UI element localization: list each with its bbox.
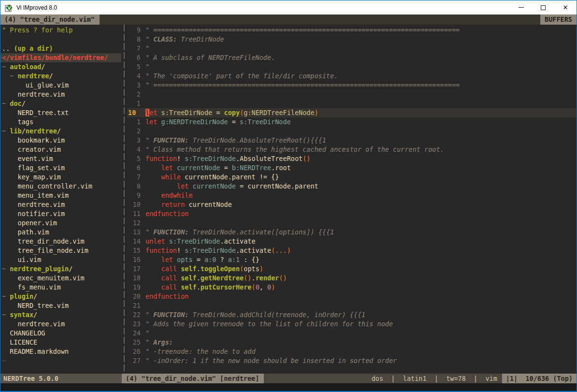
code-line[interactable]: 14unlet s:TreeDirNode.activate bbox=[127, 237, 577, 246]
tree-item[interactable]: nerdtree.vim bbox=[0, 90, 121, 99]
tree-item[interactable]: ~ autoload/ bbox=[0, 62, 121, 72]
buffers-label[interactable]: BUFFERS bbox=[540, 15, 577, 25]
tree-item[interactable]: creator.vim bbox=[0, 145, 121, 154]
tree-item[interactable]: ~ lib/nerdtree/ bbox=[0, 127, 121, 136]
code-line[interactable]: 16 let opts = a:0 ? a:1 : {} bbox=[127, 255, 577, 264]
token: / bbox=[33, 292, 37, 300]
tree-item[interactable]: ~ nerdtree/ bbox=[0, 72, 121, 81]
token: " -inOrder: 1 if the new node should be … bbox=[145, 357, 397, 364]
window-split-separator[interactable] bbox=[121, 25, 127, 374]
tree-item[interactable]: key_map.vim bbox=[0, 173, 121, 182]
tree-item[interactable]: </vimfiles/bundle/nerdtree/ bbox=[0, 53, 121, 62]
tree-item[interactable]: " Press ? for help bbox=[0, 26, 121, 35]
tree-item[interactable]: nerdtree.vim bbox=[0, 319, 121, 329]
token: " Press ? for help bbox=[2, 26, 72, 34]
code-line[interactable]: 8" CLASS: TreeDirNode bbox=[127, 35, 577, 44]
code-line[interactable]: 6 let currentNode = b:NERDTree.root bbox=[127, 163, 577, 173]
tree-item[interactable]: tags bbox=[0, 117, 121, 127]
tree-item[interactable]: ~ bbox=[0, 356, 121, 365]
command-line[interactable] bbox=[0, 383, 577, 392]
code-line[interactable]: 1 bbox=[127, 99, 577, 108]
token: menu_controller.vim bbox=[2, 182, 92, 190]
token bbox=[188, 182, 192, 190]
tree-item[interactable]: .. (up a dir) bbox=[0, 44, 121, 53]
token: (up a dir) bbox=[14, 44, 53, 52]
tree-item[interactable]: tree_dir_node.vim bbox=[0, 237, 121, 246]
code-line[interactable]: 26" -treenode: the node to add bbox=[127, 347, 577, 356]
tree-item[interactable]: tree_file_node.vim bbox=[0, 246, 121, 255]
code-line[interactable]: 9 endwhile bbox=[127, 191, 577, 200]
code-line[interactable]: 13" FUNCTION: TreeDirNode.activate([opti… bbox=[127, 228, 577, 237]
maximize-button[interactable] bbox=[532, 0, 554, 15]
token: " bbox=[145, 338, 153, 346]
tree-item[interactable]: README.markdown bbox=[0, 347, 121, 356]
code-line[interactable]: 23" Adds the given treenode to the list … bbox=[127, 319, 577, 329]
code-line[interactable]: 19 call self.putCursorHere(0, 0) bbox=[127, 283, 577, 292]
token: / bbox=[57, 127, 61, 135]
editor-panel[interactable]: 9" =====================================… bbox=[127, 25, 577, 374]
tree-item[interactable]: NERD_tree.txt bbox=[0, 108, 121, 117]
code-line[interactable]: 10let s:TreeDirNode = copy(g:NERDTreeFil… bbox=[127, 108, 577, 117]
code-line[interactable]: 1let g:NERDTreeDirNode = s:TreeDirNode bbox=[127, 117, 577, 127]
code-line[interactable]: 15function! s:TreeDirNode.activate(...) bbox=[127, 246, 577, 255]
code-line[interactable]: 7" bbox=[127, 44, 577, 53]
tree-item[interactable]: bookmark.vim bbox=[0, 136, 121, 145]
tree-item[interactable]: CHANGELOG bbox=[0, 329, 121, 338]
code-line[interactable]: 5" bbox=[127, 62, 577, 72]
code-line[interactable]: 24" bbox=[127, 329, 577, 338]
tree-item[interactable] bbox=[0, 35, 121, 44]
tree-item[interactable]: nerdtree.vim bbox=[0, 200, 121, 209]
tree-item[interactable]: ui_glue.vim bbox=[0, 81, 121, 90]
nerdtree-panel[interactable]: " Press ? for help.. (up a dir)</vimfile… bbox=[0, 25, 121, 374]
code-line[interactable]: 25" Args: bbox=[127, 338, 577, 347]
code-line[interactable]: 2 bbox=[127, 90, 577, 99]
close-button[interactable]: ✕ bbox=[554, 0, 577, 15]
tree-item[interactable]: ui.vim bbox=[0, 255, 121, 264]
tree-item[interactable]: fs_menu.vim bbox=[0, 283, 121, 292]
token: tree_file_node.vim bbox=[2, 247, 88, 254]
tree-item[interactable]: ~ syntax/ bbox=[0, 310, 121, 319]
code-line[interactable]: 9" =====================================… bbox=[127, 26, 577, 35]
code-line[interactable]: 21 bbox=[127, 301, 577, 310]
token: . bbox=[197, 283, 201, 291]
code-line[interactable]: 22" FUNCTION: TreeDirNode.addChild(treen… bbox=[127, 310, 577, 319]
token: CHANGELOG bbox=[2, 329, 45, 337]
tree-item[interactable]: LICENCE bbox=[0, 338, 121, 347]
tab-active[interactable]: (4) "tree_dir_node.vim" bbox=[0, 15, 100, 25]
tree-item[interactable]: ~ doc/ bbox=[0, 99, 121, 108]
tree-item[interactable]: flag_set.vim bbox=[0, 163, 121, 173]
code-line[interactable]: 27" -inOrder: 1 if the new node should b… bbox=[127, 356, 577, 365]
code-line[interactable]: 3" FUNCTION: TreeDirNode.AbsoluteTreeRoo… bbox=[127, 136, 577, 145]
tree-item[interactable]: ~ nerdtree_plugin/ bbox=[0, 264, 121, 274]
code-line[interactable]: 20endfunction bbox=[127, 292, 577, 301]
code-line[interactable]: 18 call self.getNerdtree().render() bbox=[127, 274, 577, 283]
line-content: " bbox=[145, 329, 149, 338]
tree-item[interactable]: menu_item.vim bbox=[0, 191, 121, 200]
line-content: endwhile bbox=[145, 191, 193, 200]
code-line[interactable]: 5function! s:TreeDirNode.AbsoluteTreeRoo… bbox=[127, 154, 577, 163]
tree-item[interactable]: NERD_tree.vim bbox=[0, 301, 121, 310]
tree-item[interactable]: opener.vim bbox=[0, 218, 121, 228]
token: ui.vim bbox=[2, 256, 41, 263]
code-line[interactable]: 4" The 'composite' part of the file/dir … bbox=[127, 72, 577, 81]
code-line[interactable]: 2 bbox=[127, 127, 577, 136]
tree-item[interactable]: ~ plugin/ bbox=[0, 292, 121, 301]
code-line[interactable]: 3" =====================================… bbox=[127, 81, 577, 90]
code-line[interactable]: 8 let currentNode = currentNode.parent bbox=[127, 182, 577, 191]
line-content: " -treenode: the node to add bbox=[145, 347, 256, 356]
tree-item[interactable]: event.vim bbox=[0, 154, 121, 163]
code-line[interactable]: 12 bbox=[127, 218, 577, 228]
token: lib bbox=[10, 127, 21, 135]
line-number: 4 bbox=[127, 145, 141, 154]
code-line[interactable]: 4" Class method that returns the highest… bbox=[127, 145, 577, 154]
code-line[interactable]: 11endfunction bbox=[127, 209, 577, 218]
code-line[interactable]: 10 return currentNode bbox=[127, 200, 577, 209]
tree-item[interactable]: exec_menuitem.vim bbox=[0, 274, 121, 283]
tree-item[interactable]: notifier.vim bbox=[0, 209, 121, 218]
tree-item[interactable]: path.vim bbox=[0, 228, 121, 237]
code-line[interactable]: 6" A subclass of NERDTreeFileNode. bbox=[127, 53, 577, 62]
code-line[interactable]: 17 call self.toggleOpen(opts) bbox=[127, 264, 577, 274]
code-line[interactable]: 7 while currentNode.parent != {} bbox=[127, 173, 577, 182]
tree-item[interactable]: menu_controller.vim bbox=[0, 182, 121, 191]
minimize-button[interactable] bbox=[510, 0, 532, 15]
